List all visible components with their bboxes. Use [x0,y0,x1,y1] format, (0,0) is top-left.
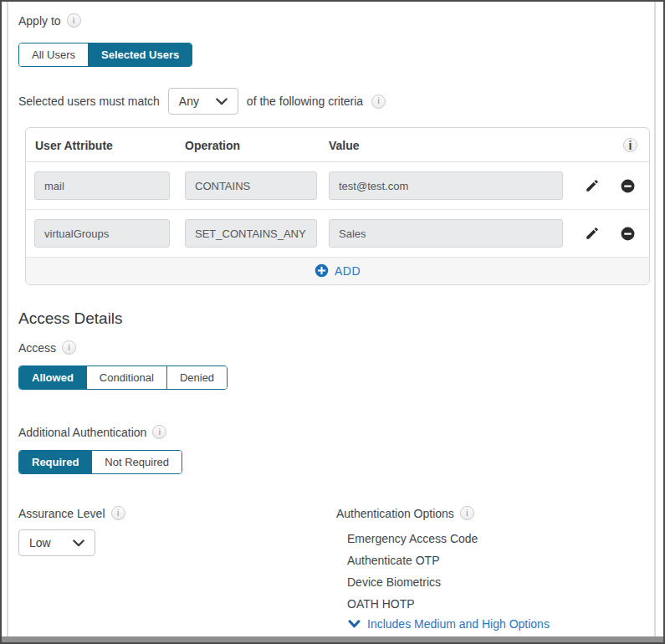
toggle-denied[interactable]: Denied [167,366,227,389]
info-glyph: i [629,140,632,151]
edit-row-button[interactable] [585,178,600,193]
remove-row-button[interactable] [620,226,636,242]
bottom-divider-bar [2,636,663,642]
auth-options-label-row: Authentication Options i [336,506,640,520]
minus-circle-icon [620,226,636,242]
info-icon[interactable]: i [152,425,166,439]
info-glyph: i [117,509,119,518]
pencil-icon [585,178,600,193]
table-row: virtualGroups SET_CONTAINS_ANY Sales [26,210,649,258]
toggle-required[interactable]: Required [19,451,92,473]
attribute-field: virtualGroups [34,219,170,248]
apply-to-toggle: All Users Selected Users [18,43,192,67]
additional-auth-label: Additional Authentication [18,426,146,439]
toggle-selected-users[interactable]: Selected Users [89,43,192,66]
col-header-user-attribute: User Attribute [34,139,185,152]
info-icon[interactable]: i [62,340,76,355]
remove-row-button[interactable] [620,178,636,194]
value-field: Sales [329,219,563,248]
match-select[interactable]: Any [168,88,238,115]
chevron-down-icon [73,539,84,547]
plus-circle-icon [315,263,329,278]
edit-row-button[interactable] [585,226,600,241]
includes-link-label: Includes Medium and High Options [367,617,550,631]
chevron-down-icon [216,98,228,105]
authentication-options-section: Authentication Options i Emergency Acces… [336,506,640,631]
info-icon[interactable]: i [67,13,81,28]
auth-options-label: Authentication Options [336,507,454,520]
info-icon[interactable]: i [460,506,474,520]
toggle-allowed[interactable]: Allowed [19,366,87,389]
toggle-not-required[interactable]: Not Required [92,451,182,473]
additional-auth-label-row: Additional Authentication i [18,425,640,439]
col-header-value: Value [329,139,623,152]
policy-form-panel: Apply to i All Users Selected Users Sele… [0,0,665,644]
match-criteria-row: Selected users must match Any of the fol… [18,88,640,115]
assurance-auth-row: Assurance Level i Low Authentication Opt… [18,506,640,631]
operation-field: SET_CONTAINS_ANY [185,219,317,248]
match-select-value: Any [179,95,199,108]
info-icon[interactable]: i [111,506,125,520]
col-header-operation: Operation [185,139,329,152]
assurance-section: Assurance Level i Low [18,506,336,631]
minus-circle-icon [620,178,636,194]
value-field: test@test.com [329,171,563,200]
auth-options-list: Emergency Access Code Authenticate OTP D… [336,528,640,631]
access-toggle: Allowed Conditional Denied [18,365,228,390]
criteria-table: User Attribute Operation Value i mail CO… [25,127,650,285]
table-row: mail CONTAINS test@test.com [26,162,649,210]
info-glyph: i [159,428,161,437]
left-rule [7,2,8,636]
operation-field: CONTAINS [185,171,317,200]
access-label-row: Access i [18,340,640,355]
right-rule [654,2,656,636]
apply-to-label-row: Apply to i [18,13,640,28]
additional-auth-toggle: Required Not Required [18,450,182,474]
info-icon[interactable]: i [623,138,637,152]
pencil-icon [585,226,600,241]
assurance-label-row: Assurance Level i [18,506,336,520]
add-criteria-row[interactable]: ADD [26,258,649,284]
toggle-all-users[interactable]: All Users [19,43,89,66]
toggle-conditional[interactable]: Conditional [87,366,167,389]
match-prefix-text: Selected users must match [18,95,160,108]
info-icon[interactable]: i [371,95,386,109]
info-glyph: i [466,509,468,518]
info-glyph: i [73,17,74,25]
access-label: Access [18,341,56,355]
list-item: Emergency Access Code [347,528,640,549]
assurance-level-value: Low [29,536,51,549]
chevron-down-icon [348,620,361,628]
info-glyph: i [378,97,380,105]
criteria-table-header: User Attribute Operation Value i [26,128,649,162]
attribute-field: mail [34,171,170,200]
info-glyph: i [69,344,70,352]
list-item: Authenticate OTP [347,549,640,571]
list-item: OATH HOTP [347,593,640,615]
includes-medium-high-link[interactable]: Includes Medium and High Options [347,617,550,631]
assurance-level-select[interactable]: Low [18,529,95,556]
add-button-label[interactable]: ADD [335,264,361,278]
match-suffix-text: of the following criteria [247,95,363,108]
list-item: Device Biometrics [347,571,640,593]
apply-to-label: Apply to [18,14,61,28]
access-details-title: Access Details [18,309,640,328]
assurance-level-label: Assurance Level [18,507,105,520]
